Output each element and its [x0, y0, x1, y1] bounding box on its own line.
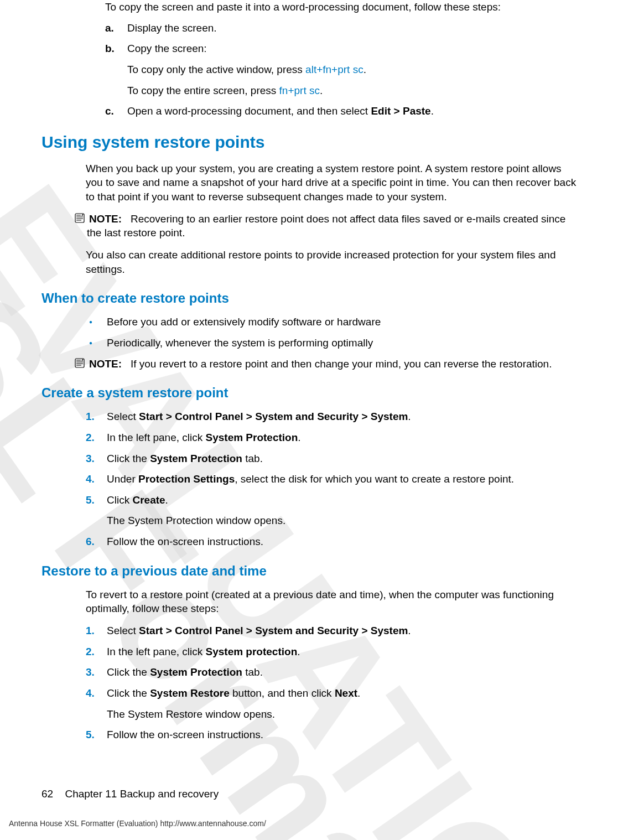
text: Click the	[107, 453, 150, 464]
bullet-text: Periodically, whenever the system is per…	[107, 336, 577, 350]
ui-label: System Protection	[150, 453, 242, 464]
revert-step-1: 1. Select Start > Control Panel > System…	[86, 624, 577, 638]
create-step-2: 2. In the left pane, click System Protec…	[86, 431, 577, 445]
create-step-6: 6. Follow the on-screen instructions.	[86, 535, 577, 549]
create-step-5-result: The System Protection window opens.	[107, 514, 577, 528]
step-number: 5.	[86, 493, 107, 507]
create-step-1: 1. Select Start > Control Panel > System…	[86, 409, 577, 424]
ui-label: Create	[132, 494, 165, 506]
text: tab.	[242, 453, 263, 464]
text: .	[363, 64, 366, 75]
step-body: Display the screen.	[127, 21, 577, 35]
step-text: Follow the on-screen instructions.	[107, 728, 577, 742]
note-label: NOTE:	[89, 358, 122, 370]
step-c: c. Open a word-processing document, and …	[105, 104, 577, 118]
step-marker: a.	[105, 21, 127, 35]
revert-step-3: 3. Click the System Protection tab.	[86, 665, 577, 680]
step-text: Follow the on-screen instructions.	[107, 535, 577, 549]
step-number: 1.	[86, 409, 107, 424]
step-b-sub1: To copy only the active window, press al…	[127, 63, 577, 77]
text: Open a word-processing document, and the…	[127, 105, 371, 117]
bullet-icon	[86, 315, 107, 329]
revert-step-5: 5. Follow the on-screen instructions.	[86, 728, 577, 742]
heading-create: Create a system restore point	[41, 385, 577, 401]
create-step-3: 3. Click the System Protection tab.	[86, 452, 577, 466]
chapter-title: Chapter 11 Backup and recovery	[65, 788, 219, 800]
create-step-5: 5. Click Create.	[86, 493, 577, 507]
bullet-text: Before you add or extensively modify sof…	[107, 315, 577, 329]
bullet-icon	[86, 336, 107, 350]
heading-restore-points: Using system restore points	[41, 133, 577, 152]
step-marker: c.	[105, 104, 127, 118]
menu-path: Edit > Paste	[371, 105, 430, 117]
step-number: 2.	[86, 645, 107, 659]
ui-label: System Protection	[150, 666, 242, 678]
evaluation-footer: Antenna House XSL Formatter (Evaluation)…	[9, 819, 266, 828]
bullet-2: Periodically, whenever the system is per…	[86, 336, 577, 350]
step-body: Copy the screen:	[127, 42, 577, 56]
text: button, and then click	[230, 687, 335, 699]
menu-path: Start > Control Panel > System and Secur…	[139, 625, 408, 636]
text: To copy only the active window, press	[127, 64, 305, 75]
text: Select	[107, 411, 139, 422]
text: , select the disk for which you want to …	[235, 473, 514, 485]
heading-revert: Restore to a previous date and time	[41, 563, 577, 579]
step-number: 4.	[86, 686, 107, 701]
text: .	[165, 494, 168, 506]
restore-para-1: When you back up your system, you are cr…	[86, 162, 577, 204]
text: tab.	[242, 666, 263, 678]
step-number: 6.	[86, 535, 107, 549]
text: Click	[107, 494, 132, 506]
text: .	[408, 411, 411, 422]
text: Click the	[107, 666, 150, 678]
step-marker: b.	[105, 42, 127, 56]
step-number: 2.	[86, 431, 107, 445]
keyboard-shortcut: alt+fn+prt sc	[305, 64, 363, 75]
note-2: NOTE: If you revert to a restore point a…	[75, 357, 577, 371]
keyboard-shortcut: fn+prt sc	[279, 85, 320, 96]
step-b: b. Copy the screen:	[105, 42, 577, 56]
bullet-1: Before you add or extensively modify sof…	[86, 315, 577, 329]
revert-step-4: 4. Click the System Restore button, and …	[86, 686, 577, 701]
note-text: Recovering to an earlier restore point d…	[87, 213, 565, 239]
text: To copy the entire screen, press	[127, 85, 279, 96]
text: .	[408, 625, 411, 636]
note-1: NOTE: Recovering to an earlier restore p…	[75, 212, 577, 240]
revert-step-2: 2. In the left pane, click System protec…	[86, 645, 577, 659]
eval-text: Antenna House XSL Formatter (Evaluation)…	[9, 819, 266, 828]
page-number: 62	[41, 788, 53, 800]
text: In the left pane, click	[107, 646, 206, 657]
page-footer: 62 Chapter 11 Backup and recovery	[41, 788, 219, 800]
text: .	[431, 105, 434, 117]
step-number: 1.	[86, 624, 107, 638]
create-step-4: 4. Under Protection Settings, select the…	[86, 472, 577, 486]
step-b-sub2: To copy the entire screen, press fn+prt …	[127, 84, 577, 98]
step-number: 5.	[86, 728, 107, 742]
text: In the left pane, click	[107, 432, 206, 443]
ui-label: System protection	[206, 646, 298, 657]
revert-step-4-result: The System Restore window opens.	[107, 707, 577, 722]
heading-when: When to create restore points	[41, 291, 577, 306]
step-number: 3.	[86, 452, 107, 466]
note-label: NOTE:	[89, 213, 122, 225]
text: .	[357, 687, 360, 699]
note-icon	[75, 213, 87, 240]
text: .	[298, 432, 300, 443]
step-number: 4.	[86, 472, 107, 486]
text: .	[320, 85, 323, 96]
revert-lead: To revert to a restore point (created at…	[86, 588, 577, 616]
text: Click the	[107, 687, 150, 699]
note-icon	[75, 358, 87, 371]
step-a: a. Display the screen.	[105, 21, 577, 35]
menu-path: Start > Control Panel > System and Secur…	[139, 411, 408, 422]
intro-lead: To copy the screen and paste it into a w…	[105, 0, 577, 14]
step-body: Open a word-processing document, and the…	[127, 104, 577, 118]
note-text: If you revert to a restore point and the…	[131, 358, 552, 370]
text: Select	[107, 625, 139, 636]
text: .	[297, 646, 300, 657]
restore-para-2: You also can create additional restore p…	[86, 248, 577, 276]
step-number: 3.	[86, 665, 107, 680]
ui-label: Protection Settings	[138, 473, 235, 485]
ui-label: Next	[335, 687, 357, 699]
page-content: To copy the screen and paste it into a w…	[41, 0, 577, 742]
